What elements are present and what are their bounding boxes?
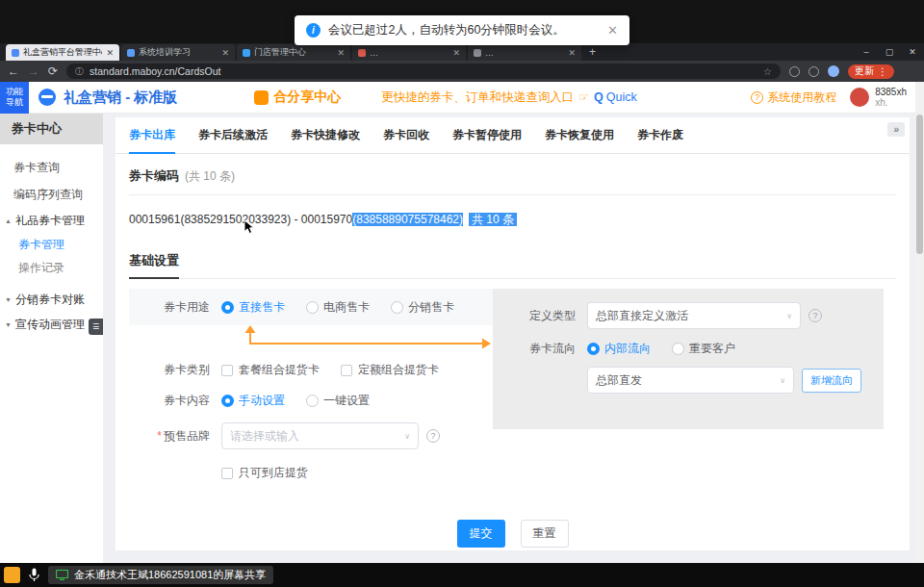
tutorial-link[interactable]: ? 系统使用教程	[751, 89, 836, 106]
tab-favicon	[358, 49, 366, 57]
microphone-icon[interactable]	[29, 568, 39, 582]
menu-dots-icon[interactable]: ⋮	[878, 66, 887, 77]
sidebar-item-operation-records[interactable]: 操作记录	[0, 256, 103, 279]
function-nav-button[interactable]: 功能 导航	[0, 82, 29, 114]
browser-tab-4[interactable]: … ✕	[352, 44, 466, 61]
sidebar-item-code-sequence-query[interactable]: 编码序列查询	[0, 181, 103, 208]
quick-label: Quick	[606, 90, 637, 104]
radio-one-click-setup[interactable]: 一键设置	[306, 393, 370, 409]
toolbar-extension-icon[interactable]	[808, 66, 819, 77]
sidebar-item-card-query[interactable]: 券卡查询	[0, 154, 103, 181]
radio-important-customer[interactable]: 重要客户	[672, 341, 735, 357]
radio-label: 手动设置	[239, 393, 285, 409]
submit-button[interactable]: 提交	[457, 520, 505, 548]
tab-card-followup-activation[interactable]: 券卡后续激活	[198, 127, 268, 153]
sidebar-group-promo-animation[interactable]: ▼ 宣传动画管理	[0, 312, 103, 337]
tutorial-label: 系统使用教程	[767, 89, 836, 106]
tab-card-resume[interactable]: 券卡恢复使用	[545, 127, 614, 153]
back-icon[interactable]: ←	[8, 65, 19, 77]
page-scrollbar[interactable]	[915, 82, 924, 563]
tab-card-recycle[interactable]: 券卡回收	[383, 127, 429, 153]
radio-internal-flow[interactable]: 内部流向	[587, 341, 651, 357]
browser-tab-2[interactable]: 系统培训学习 ✕	[121, 44, 235, 61]
brand-row: *预售品牌 请选择或输入 ∨ ?	[129, 422, 493, 449]
brand-help-icon[interactable]: ?	[426, 429, 440, 443]
tab-card-void[interactable]: 券卡作废	[637, 127, 683, 153]
card-flow-row: 券卡流向 内部流向 重要客户	[522, 341, 884, 357]
sidebar-item-card-management[interactable]: 券卡管理	[0, 233, 103, 256]
share-center-link[interactable]: 合分享中心	[254, 89, 341, 106]
toolbar-extension-icon[interactable]	[789, 66, 800, 77]
define-type-help-icon[interactable]: ?	[808, 309, 822, 322]
radio-on-icon	[221, 395, 234, 407]
scrollbar-thumb[interactable]	[916, 115, 923, 254]
store-only-row: 只可到店提货	[129, 465, 493, 481]
refresh-icon[interactable]: ⟳	[48, 65, 58, 77]
tab-close-icon[interactable]: ✕	[221, 48, 229, 58]
browser-toolbar: ← → ⟳ ⓘ standard.maboy.cn/CardsOut ☆ 更新 …	[0, 61, 924, 82]
meeting-avatar	[4, 567, 20, 583]
required-mark: *	[157, 429, 162, 443]
forward-icon[interactable]: →	[28, 65, 39, 77]
browser-tab-strip: 礼盒营销平台管理中心 ✕ 系统培训学习 ✕ 门店管理中心 ✕ … ✕ … ✕ +…	[0, 43, 924, 61]
minimize-icon[interactable]: –	[855, 43, 878, 61]
new-tab-button[interactable]: +	[589, 44, 596, 61]
tab-favicon	[243, 49, 250, 57]
radio-off-icon	[672, 343, 684, 355]
tab-card-suspend[interactable]: 券卡暂停使用	[452, 127, 522, 153]
tab-card-quick-edit[interactable]: 券卡快捷修改	[291, 127, 360, 153]
checkbox-fixed-combo-card[interactable]: 定额组合提货卡	[341, 362, 439, 378]
browser-update-button[interactable]: 更新 ⋮	[848, 64, 894, 79]
tab-close-icon[interactable]: ✕	[568, 48, 576, 58]
maximize-icon[interactable]: ▢	[878, 43, 901, 61]
user-name: 8385xh	[875, 87, 907, 98]
bookmark-star-icon[interactable]: ☆	[763, 66, 772, 77]
brand-placeholder: 请选择或输入	[230, 428, 299, 445]
tab-card-outbound[interactable]: 券卡出库	[129, 127, 175, 154]
banner-close-icon[interactable]: ✕	[607, 23, 618, 38]
sidebar-group-distribution-reconciliation[interactable]: ▼ 分销券卡对账	[0, 287, 103, 312]
tab-close-icon[interactable]: ✕	[337, 48, 345, 58]
chevron-down-icon: ∨	[780, 376, 785, 385]
radio-ecommerce-sale[interactable]: 电商售卡	[306, 299, 370, 316]
sidebar-group-label: 礼品券卡管理	[15, 213, 85, 229]
browser-tab-3[interactable]: 门店管理中心 ✕	[237, 44, 350, 61]
sidebar-group-gift-card-management[interactable]: ▲ 礼品券卡管理	[0, 208, 103, 233]
checkbox-icon	[341, 365, 352, 376]
address-bar[interactable]: ⓘ standard.maboy.cn/CardsOut ☆	[66, 64, 781, 79]
brand-select[interactable]: 请选择或输入 ∨	[221, 422, 419, 449]
user-menu[interactable]: 8385xh xh.	[850, 87, 907, 109]
define-type-select[interactable]: 总部直接定义激活 ∨	[587, 302, 801, 329]
radio-distribution-sale[interactable]: 分销售卡	[391, 299, 454, 316]
window-close-icon[interactable]: ✕	[901, 43, 924, 61]
radio-label: 重要客户	[689, 341, 735, 357]
site-info-icon[interactable]: ⓘ	[75, 65, 84, 78]
radio-direct-sale[interactable]: 直接售卡	[221, 299, 285, 316]
browser-tab-5[interactable]: … ✕	[468, 44, 581, 61]
quick-search-link[interactable]: Q Quick	[594, 90, 637, 104]
browser-tab-1[interactable]: 礼盒营销平台管理中心 ✕	[6, 44, 119, 61]
basic-settings-header: 基础设置	[129, 251, 896, 279]
basic-settings-form: 券卡用途 直接售卡 电商售卡	[129, 289, 896, 481]
reset-button[interactable]: 重置	[521, 520, 569, 548]
checkbox-package-combo-card[interactable]: 套餐组合提货卡	[221, 362, 320, 378]
function-nav-line2: 导航	[6, 97, 23, 108]
checkbox-icon	[221, 468, 233, 479]
share-center-label: 合分享中心	[273, 89, 341, 106]
share-center-icon	[254, 90, 269, 105]
checkbox-label: 定额组合提货卡	[358, 362, 439, 378]
panel-collapse-button[interactable]: »	[887, 122, 905, 137]
url-text[interactable]: standard.maboy.cn/CardsOut	[90, 65, 220, 77]
radio-manual-setup[interactable]: 手动设置	[221, 393, 285, 409]
annotation-arrow-zone	[129, 325, 493, 354]
flow-select[interactable]: 总部直发 ∨	[587, 367, 794, 394]
browser-profile-avatar[interactable]	[828, 65, 839, 77]
checkbox-store-pickup-only[interactable]: 只可到店提货	[221, 465, 308, 481]
card-code-range[interactable]: 00015961(8385291502033923) - 00015970(83…	[129, 212, 896, 228]
app-brand-title: 礼盒营销 - 标准版	[64, 89, 177, 107]
add-flow-button[interactable]: 新增流向	[802, 369, 861, 393]
tab-close-icon[interactable]: ✕	[106, 48, 114, 58]
tab-favicon	[474, 49, 481, 57]
tab-close-icon[interactable]: ✕	[452, 48, 460, 58]
sidebar-collapse-handle[interactable]: ☰	[89, 319, 103, 335]
